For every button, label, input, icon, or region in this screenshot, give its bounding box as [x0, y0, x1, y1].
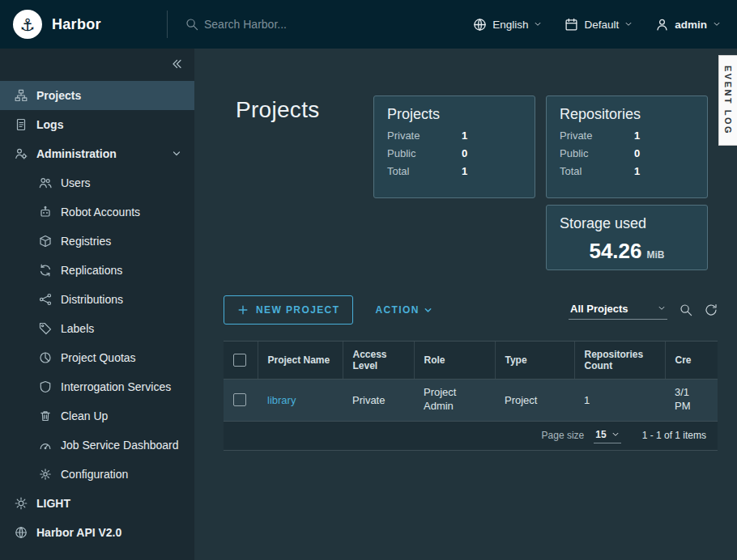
summary-cards: Projects Private 1 Public 0 Total 1: [373, 95, 708, 270]
sidebar-item-robot-accounts[interactable]: Robot Accounts: [0, 197, 194, 227]
creation-time-line1: 3/1: [675, 386, 718, 400]
sidebar-item-label: Distributions: [61, 293, 123, 306]
chevron-down-icon: [172, 149, 181, 159]
creation-time-line2: PM: [675, 400, 718, 414]
card-title: Projects: [387, 106, 522, 123]
sidebar-item-label: Configuration: [61, 468, 128, 481]
language-menu[interactable]: English: [473, 18, 542, 32]
calendar-icon: [564, 18, 578, 32]
datagrid-footer: Page size 15 1 - 1 of 1 items: [224, 422, 718, 451]
projects-summary-card: Projects Private 1 Public 0 Total 1: [373, 95, 535, 198]
select-all-checkbox[interactable]: [233, 354, 246, 367]
cell-role: Project Admin: [414, 379, 495, 421]
sidebar-collapse-row: [0, 49, 194, 79]
sidebar-item-label: Logs: [36, 118, 63, 131]
page-size-value: 15: [595, 429, 606, 440]
header-actions: English Default admin: [473, 18, 737, 32]
storage-unit: MiB: [647, 249, 665, 261]
search-input[interactable]: [204, 18, 431, 31]
user-menu[interactable]: admin: [655, 18, 721, 32]
card-row: Total 1: [387, 165, 522, 177]
stat-label: Private: [387, 129, 462, 142]
stat-label: Private: [560, 129, 634, 142]
card-title: Storage used: [560, 215, 694, 232]
sidebar-item-project-quotas[interactable]: Project Quotas: [0, 343, 194, 372]
table-row: library Private Project Admin Project 1 …: [224, 379, 718, 421]
event-log-tab[interactable]: EVENT LOG: [718, 55, 737, 146]
project-filter-select[interactable]: All Projects: [569, 301, 667, 320]
storage-number: 54.26: [589, 239, 641, 264]
filter-search-icon[interactable]: [679, 303, 692, 316]
sidebar-item-labels[interactable]: Labels: [0, 314, 194, 343]
document-icon: [15, 118, 28, 131]
toolbar-right: All Projects: [569, 301, 718, 320]
new-project-button[interactable]: NEW PROJECT: [224, 295, 353, 325]
chevron-down-icon: [611, 431, 620, 439]
sidebar-item-configuration[interactable]: Configuration: [0, 460, 194, 489]
sidebar-item-label: Harbor API V2.0: [36, 526, 121, 539]
card-row: Private 1: [560, 129, 694, 142]
refresh-icon[interactable]: [705, 303, 718, 316]
harbor-app: ⚓ Harbor English: [0, 0, 737, 560]
column-role: Role: [414, 342, 495, 379]
row-checkbox[interactable]: [233, 393, 246, 406]
sun-icon: [15, 497, 28, 510]
stat-value: 1: [634, 129, 640, 142]
sidebar-item-label: Project Quotas: [61, 351, 136, 364]
theme-menu[interactable]: Default: [564, 18, 633, 32]
sidebar-item-distributions[interactable]: Distributions: [0, 285, 194, 314]
brand-name: Harbor: [52, 16, 101, 33]
stat-label: Public: [387, 147, 462, 159]
globe-icon: [473, 18, 487, 32]
main-content: Projects Projects Private 1 Public 0: [194, 49, 737, 560]
stat-value: 1: [462, 165, 467, 177]
stat-label: Total: [387, 165, 462, 177]
sidebar-item-label: Labels: [61, 322, 94, 335]
sidebar-nav: Projects Logs Administration: [0, 79, 194, 560]
sidebar-item-job-service-dashboard[interactable]: Job Service Dashboard: [0, 431, 194, 460]
column-repositories-count: Repositories Count: [574, 342, 665, 379]
chevron-down-icon: [534, 20, 542, 28]
share-icon: [39, 293, 52, 306]
sidebar-collapse-icon[interactable]: [170, 57, 183, 70]
stat-value: 1: [462, 129, 467, 142]
sidebar-item-interrogation-services[interactable]: Interrogation Services: [0, 372, 194, 401]
cell-access-level: Private: [343, 379, 414, 421]
project-link[interactable]: library: [267, 394, 296, 406]
page-size-select[interactable]: 15: [594, 428, 620, 443]
column-type: Type: [495, 342, 574, 379]
sidebar-item-harbor-api[interactable]: Harbor API V2.0: [0, 518, 194, 547]
cell-type: Project: [495, 379, 574, 421]
sidebar-item-administration[interactable]: Administration: [0, 139, 194, 168]
cell-repositories-count: 1: [574, 379, 665, 421]
chevron-down-icon: [658, 304, 666, 312]
global-search: [168, 18, 473, 31]
card-title: Repositories: [560, 106, 694, 123]
sidebar-item-label: Users: [61, 176, 91, 189]
summary-cards-column: Repositories Private 1 Public 0 Total: [546, 95, 708, 270]
sync-icon: [39, 264, 52, 277]
api-globe-icon: [15, 526, 28, 539]
action-dropdown-button[interactable]: ACTION: [375, 304, 432, 316]
sidebar-item-label: Robot Accounts: [61, 206, 140, 218]
trash-icon: [39, 409, 52, 422]
shield-icon: [39, 380, 52, 393]
chevron-down-icon: [424, 306, 432, 315]
sidebar-item-label: Administration: [36, 147, 117, 160]
sidebar-item-projects[interactable]: Projects: [0, 81, 194, 110]
sidebar-item-clean-up[interactable]: Clean Up: [0, 401, 194, 431]
app-shell: Projects Logs Administration: [0, 49, 737, 560]
sidebar: Projects Logs Administration: [0, 49, 194, 560]
brand-home-link[interactable]: ⚓ Harbor: [0, 0, 167, 49]
sidebar-item-users[interactable]: Users: [0, 168, 194, 197]
sidebar-item-logs[interactable]: Logs: [0, 110, 194, 139]
filter-selected-value: All Projects: [570, 303, 628, 315]
dashboard-icon: [39, 439, 52, 452]
stat-label: Total: [560, 165, 634, 177]
sidebar-item-registries[interactable]: Registries: [0, 227, 194, 256]
sidebar-item-replications[interactable]: Replications: [0, 256, 194, 285]
sidebar-item-theme-toggle[interactable]: LIGHT: [0, 489, 194, 518]
sidebar-item-label: Job Service Dashboard: [61, 439, 179, 452]
user-icon: [655, 18, 669, 32]
sidebar-item-label: Replications: [61, 264, 122, 277]
